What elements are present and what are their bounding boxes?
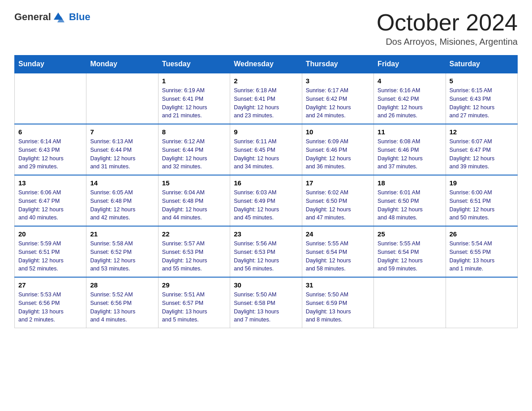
day-info: Sunrise: 5:59 AM Sunset: 6:51 PM Dayligh… — [18, 240, 82, 273]
day-number: 5 — [450, 77, 514, 85]
day-number: 19 — [450, 179, 514, 187]
day-info: Sunrise: 5:58 AM Sunset: 6:52 PM Dayligh… — [90, 240, 154, 273]
day-info: Sunrise: 5:50 AM Sunset: 6:59 PM Dayligh… — [306, 291, 370, 324]
calendar-cell: 6Sunrise: 6:14 AM Sunset: 6:43 PM Daylig… — [15, 124, 86, 175]
calendar-table: SundayMondayTuesdayWednesdayThursdayFrid… — [14, 55, 518, 328]
calendar-cell: 15Sunrise: 6:04 AM Sunset: 6:48 PM Dayli… — [158, 175, 230, 226]
calendar-cell: 10Sunrise: 6:09 AM Sunset: 6:46 PM Dayli… — [302, 124, 373, 175]
calendar-header-row: SundayMondayTuesdayWednesdayThursdayFrid… — [15, 56, 518, 73]
page-header: General Blue October 2024 Dos Arroyos, M… — [14, 11, 518, 47]
calendar-cell: 19Sunrise: 6:00 AM Sunset: 6:51 PM Dayli… — [446, 175, 517, 226]
calendar-cell: 8Sunrise: 6:12 AM Sunset: 6:44 PM Daylig… — [158, 124, 230, 175]
calendar-cell: 2Sunrise: 6:18 AM Sunset: 6:41 PM Daylig… — [230, 73, 302, 124]
day-number: 27 — [18, 281, 82, 289]
day-number: 4 — [378, 77, 442, 85]
day-info: Sunrise: 5:56 AM Sunset: 6:53 PM Dayligh… — [234, 240, 298, 273]
calendar-cell: 3Sunrise: 6:17 AM Sunset: 6:42 PM Daylig… — [302, 73, 373, 124]
header-cell-thursday: Thursday — [302, 56, 373, 73]
day-info: Sunrise: 5:57 AM Sunset: 6:53 PM Dayligh… — [162, 240, 226, 273]
calendar-week-row: 20Sunrise: 5:59 AM Sunset: 6:51 PM Dayli… — [15, 226, 518, 277]
day-info: Sunrise: 5:51 AM Sunset: 6:57 PM Dayligh… — [162, 291, 226, 324]
day-info: Sunrise: 6:07 AM Sunset: 6:47 PM Dayligh… — [450, 137, 514, 171]
calendar-cell: 31Sunrise: 5:50 AM Sunset: 6:59 PM Dayli… — [302, 277, 373, 328]
calendar-cell: 1Sunrise: 6:19 AM Sunset: 6:41 PM Daylig… — [158, 73, 230, 124]
calendar-cell — [15, 73, 86, 124]
header-cell-friday: Friday — [374, 56, 446, 73]
day-info: Sunrise: 6:02 AM Sunset: 6:50 PM Dayligh… — [306, 188, 370, 222]
calendar-cell: 29Sunrise: 5:51 AM Sunset: 6:57 PM Dayli… — [158, 277, 230, 328]
day-info: Sunrise: 6:11 AM Sunset: 6:45 PM Dayligh… — [234, 137, 298, 171]
day-number: 8 — [162, 128, 226, 136]
day-info: Sunrise: 6:05 AM Sunset: 6:48 PM Dayligh… — [90, 188, 154, 222]
day-number: 29 — [162, 281, 226, 289]
calendar-cell: 26Sunrise: 5:54 AM Sunset: 6:55 PM Dayli… — [446, 226, 517, 277]
calendar-cell: 24Sunrise: 5:55 AM Sunset: 6:54 PM Dayli… — [302, 226, 373, 277]
logo-icon — [52, 11, 64, 23]
day-info: Sunrise: 6:17 AM Sunset: 6:42 PM Dayligh… — [306, 86, 370, 120]
day-info: Sunrise: 6:04 AM Sunset: 6:48 PM Dayligh… — [162, 188, 226, 222]
day-number: 24 — [306, 230, 370, 238]
calendar-cell: 30Sunrise: 5:50 AM Sunset: 6:58 PM Dayli… — [230, 277, 302, 328]
day-number: 16 — [234, 179, 298, 187]
calendar-cell: 13Sunrise: 6:06 AM Sunset: 6:47 PM Dayli… — [15, 175, 86, 226]
logo-general: General — [14, 11, 51, 23]
day-number: 1 — [162, 77, 226, 85]
calendar-cell: 28Sunrise: 5:52 AM Sunset: 6:56 PM Dayli… — [86, 277, 158, 328]
day-info: Sunrise: 6:03 AM Sunset: 6:49 PM Dayligh… — [234, 188, 298, 222]
day-info: Sunrise: 5:55 AM Sunset: 6:54 PM Dayligh… — [306, 240, 370, 273]
header-cell-tuesday: Tuesday — [158, 56, 230, 73]
header-cell-monday: Monday — [86, 56, 158, 73]
day-info: Sunrise: 6:06 AM Sunset: 6:47 PM Dayligh… — [18, 188, 82, 222]
logo: General Blue — [14, 11, 90, 23]
calendar-cell: 7Sunrise: 6:13 AM Sunset: 6:44 PM Daylig… — [86, 124, 158, 175]
calendar-cell — [374, 277, 446, 328]
day-number: 9 — [234, 128, 298, 136]
day-info: Sunrise: 5:53 AM Sunset: 6:56 PM Dayligh… — [18, 291, 82, 324]
day-number: 3 — [306, 77, 370, 85]
day-number: 6 — [18, 128, 82, 136]
day-info: Sunrise: 6:08 AM Sunset: 6:46 PM Dayligh… — [378, 137, 442, 171]
day-number: 13 — [18, 179, 82, 187]
day-number: 28 — [90, 281, 154, 289]
day-number: 11 — [378, 128, 442, 136]
day-number: 2 — [234, 77, 298, 85]
day-info: Sunrise: 6:13 AM Sunset: 6:44 PM Dayligh… — [90, 137, 154, 171]
calendar-cell: 21Sunrise: 5:58 AM Sunset: 6:52 PM Dayli… — [86, 226, 158, 277]
day-info: Sunrise: 6:15 AM Sunset: 6:43 PM Dayligh… — [450, 86, 514, 120]
calendar-week-row: 1Sunrise: 6:19 AM Sunset: 6:41 PM Daylig… — [15, 73, 518, 124]
day-info: Sunrise: 6:19 AM Sunset: 6:41 PM Dayligh… — [162, 86, 226, 120]
day-info: Sunrise: 5:50 AM Sunset: 6:58 PM Dayligh… — [234, 291, 298, 324]
day-number: 21 — [90, 230, 154, 238]
calendar-cell: 16Sunrise: 6:03 AM Sunset: 6:49 PM Dayli… — [230, 175, 302, 226]
title-section: October 2024 Dos Arroyos, Misiones, Arge… — [377, 11, 518, 47]
calendar-cell: 14Sunrise: 6:05 AM Sunset: 6:48 PM Dayli… — [86, 175, 158, 226]
day-info: Sunrise: 6:12 AM Sunset: 6:44 PM Dayligh… — [162, 137, 226, 171]
day-info: Sunrise: 5:54 AM Sunset: 6:55 PM Dayligh… — [450, 240, 514, 273]
logo-blue: Blue — [69, 11, 90, 23]
calendar-cell: 5Sunrise: 6:15 AM Sunset: 6:43 PM Daylig… — [446, 73, 517, 124]
calendar-cell: 17Sunrise: 6:02 AM Sunset: 6:50 PM Dayli… — [302, 175, 373, 226]
location-subtitle: Dos Arroyos, Misiones, Argentina — [377, 37, 518, 47]
day-number: 12 — [450, 128, 514, 136]
day-number: 7 — [90, 128, 154, 136]
day-info: Sunrise: 6:00 AM Sunset: 6:51 PM Dayligh… — [450, 188, 514, 222]
calendar-cell: 12Sunrise: 6:07 AM Sunset: 6:47 PM Dayli… — [446, 124, 517, 175]
day-info: Sunrise: 6:14 AM Sunset: 6:43 PM Dayligh… — [18, 137, 82, 171]
calendar-cell — [446, 277, 517, 328]
day-info: Sunrise: 5:52 AM Sunset: 6:56 PM Dayligh… — [90, 291, 154, 324]
day-info: Sunrise: 6:16 AM Sunset: 6:42 PM Dayligh… — [378, 86, 442, 120]
calendar-cell: 20Sunrise: 5:59 AM Sunset: 6:51 PM Dayli… — [15, 226, 86, 277]
day-info: Sunrise: 6:18 AM Sunset: 6:41 PM Dayligh… — [234, 86, 298, 120]
calendar-cell — [86, 73, 158, 124]
day-number: 22 — [162, 230, 226, 238]
day-number: 31 — [306, 281, 370, 289]
calendar-cell: 22Sunrise: 5:57 AM Sunset: 6:53 PM Dayli… — [158, 226, 230, 277]
calendar-week-row: 13Sunrise: 6:06 AM Sunset: 6:47 PM Dayli… — [15, 175, 518, 226]
calendar-cell: 25Sunrise: 5:55 AM Sunset: 6:54 PM Dayli… — [374, 226, 446, 277]
day-number: 10 — [306, 128, 370, 136]
day-number: 30 — [234, 281, 298, 289]
day-info: Sunrise: 5:55 AM Sunset: 6:54 PM Dayligh… — [378, 240, 442, 273]
day-number: 26 — [450, 230, 514, 238]
day-info: Sunrise: 6:01 AM Sunset: 6:50 PM Dayligh… — [378, 188, 442, 222]
day-info: Sunrise: 6:09 AM Sunset: 6:46 PM Dayligh… — [306, 137, 370, 171]
